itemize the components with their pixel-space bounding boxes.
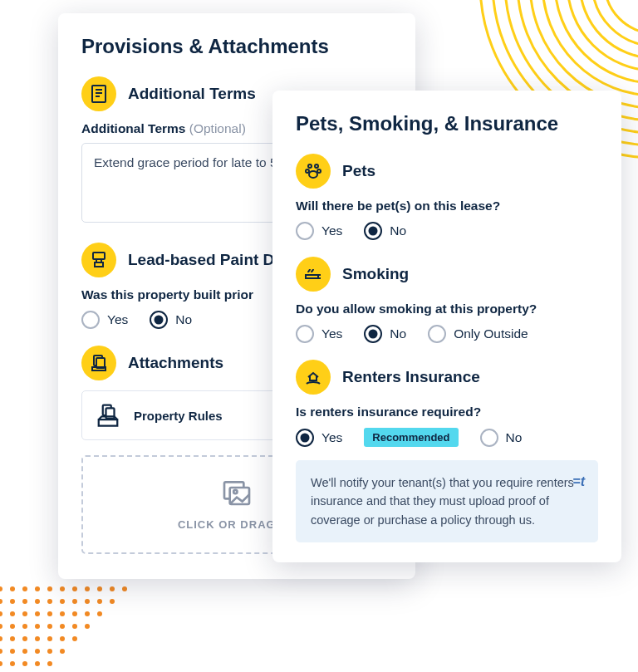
svg-point-16 — [60, 586, 65, 591]
svg-point-54 — [60, 636, 65, 641]
svg-point-40 — [97, 611, 102, 616]
svg-point-45 — [47, 624, 52, 629]
svg-point-48 — [85, 624, 90, 629]
svg-point-33 — [10, 611, 15, 616]
svg-point-42 — [10, 624, 15, 629]
svg-rect-84 — [306, 275, 318, 278]
svg-point-23 — [10, 599, 15, 604]
svg-point-24 — [22, 599, 27, 604]
pets-heading: Pets — [296, 154, 598, 189]
insurance-yes[interactable]: Yes — [296, 429, 342, 447]
smoking-yes[interactable]: Yes — [296, 325, 342, 343]
svg-point-52 — [35, 636, 40, 641]
paintbrush-icon — [81, 243, 116, 277]
svg-point-80 — [315, 164, 318, 168]
svg-point-21 — [122, 586, 127, 591]
svg-point-18 — [85, 586, 90, 591]
svg-point-43 — [22, 624, 27, 629]
document-icon — [81, 76, 116, 111]
svg-point-83 — [309, 171, 317, 178]
svg-point-20 — [110, 586, 115, 591]
insurance-question: Is renters insurance required? — [296, 405, 598, 419]
svg-point-62 — [0, 661, 2, 666]
insurance-heading: Renters Insurance — [296, 360, 598, 395]
attachments-icon — [81, 346, 116, 380]
pets-question: Will there be pet(s) on this lease? — [296, 199, 598, 213]
svg-point-44 — [35, 624, 40, 629]
svg-point-49 — [0, 636, 2, 641]
svg-point-41 — [0, 624, 2, 629]
svg-point-27 — [60, 599, 65, 604]
pets-no[interactable]: No — [364, 222, 406, 240]
svg-point-12 — [10, 586, 15, 591]
svg-point-17 — [72, 586, 77, 591]
svg-point-38 — [72, 611, 77, 616]
svg-point-14 — [35, 586, 40, 591]
svg-point-55 — [72, 636, 77, 641]
pets-smoking-insurance-card: Pets, Smoking, & Insurance Pets Will the… — [272, 91, 621, 562]
house-hand-icon — [296, 360, 331, 395]
smoking-outside[interactable]: Only Outside — [428, 325, 528, 343]
svg-rect-71 — [93, 253, 105, 259]
smoking-heading: Smoking — [296, 257, 598, 292]
svg-point-53 — [47, 636, 52, 641]
svg-point-51 — [22, 636, 27, 641]
paw-icon — [296, 154, 331, 189]
svg-point-2 — [580, 0, 638, 58]
svg-point-26 — [47, 599, 52, 604]
svg-point-34 — [22, 611, 27, 616]
attachment-label: Property Rules — [134, 409, 223, 423]
svg-point-81 — [306, 169, 309, 173]
svg-point-60 — [47, 649, 52, 654]
svg-point-5 — [542, 0, 638, 96]
pets-options: Yes No — [296, 222, 598, 240]
psi-title: Pets, Smoking, & Insurance — [296, 112, 598, 135]
svg-point-63 — [10, 661, 15, 666]
svg-point-31 — [110, 599, 115, 604]
insurance-info-box: =t We'll notify your tenant(s) that you … — [296, 460, 598, 542]
svg-point-28 — [72, 599, 77, 604]
svg-point-59 — [35, 649, 40, 654]
svg-point-30 — [97, 599, 102, 604]
svg-point-61 — [60, 649, 65, 654]
svg-point-79 — [308, 164, 312, 168]
svg-point-47 — [72, 624, 77, 629]
svg-point-65 — [35, 661, 40, 666]
lead-paint-no[interactable]: No — [150, 311, 192, 329]
svg-point-64 — [22, 661, 27, 666]
svg-point-35 — [35, 611, 40, 616]
svg-point-22 — [0, 599, 2, 604]
smoking-no[interactable]: No — [364, 325, 406, 343]
decor-dots — [0, 581, 141, 672]
svg-point-56 — [0, 649, 2, 654]
svg-point-32 — [0, 611, 2, 616]
svg-point-46 — [60, 624, 65, 629]
brand-mark-icon: =t — [572, 472, 585, 493]
file-tray-icon — [96, 403, 120, 428]
svg-point-66 — [47, 661, 52, 666]
pets-yes[interactable]: Yes — [296, 222, 342, 240]
image-icon — [220, 475, 253, 508]
svg-point-37 — [60, 611, 65, 616]
svg-point-57 — [10, 649, 15, 654]
svg-point-50 — [10, 636, 15, 641]
svg-point-4 — [555, 0, 638, 83]
svg-point-29 — [85, 599, 90, 604]
insurance-no[interactable]: No — [480, 429, 523, 447]
cigarette-icon — [296, 257, 331, 292]
svg-point-36 — [47, 611, 52, 616]
svg-point-58 — [22, 649, 27, 654]
svg-point-1 — [592, 0, 638, 46]
svg-point-3 — [567, 0, 638, 71]
lead-paint-yes[interactable]: Yes — [81, 311, 128, 329]
svg-point-13 — [22, 586, 27, 591]
recommended-badge: Recommended — [364, 428, 458, 447]
svg-point-25 — [35, 599, 40, 604]
svg-point-15 — [47, 586, 52, 591]
smoking-options: Yes No Only Outside — [296, 325, 598, 343]
svg-point-11 — [0, 586, 2, 591]
svg-point-82 — [317, 169, 321, 173]
svg-point-39 — [85, 611, 90, 616]
insurance-info-text: We'll notify your tenant(s) that you req… — [311, 476, 574, 527]
insurance-options: Yes Recommended No — [296, 428, 598, 447]
